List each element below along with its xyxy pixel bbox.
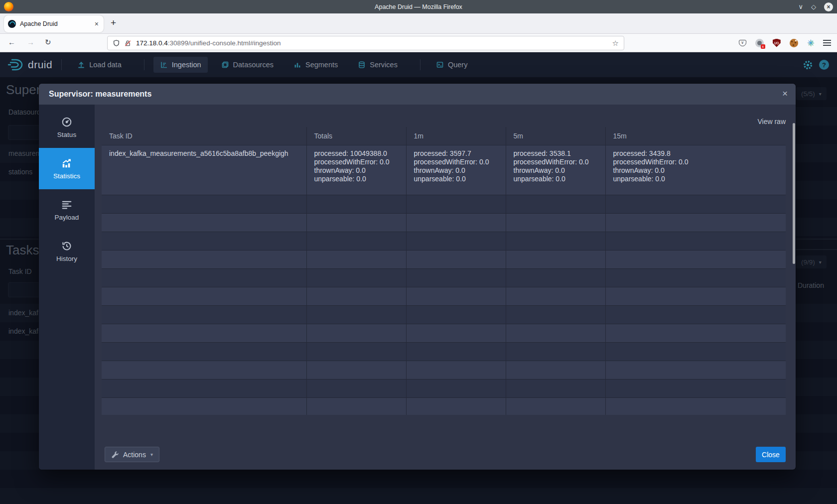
window-title: Apache Druid — Mozilla Firefox: [0, 3, 837, 10]
tab-label: History: [56, 255, 77, 262]
table-scrollbar[interactable]: [793, 123, 795, 264]
firefox-icon: [4, 2, 13, 11]
extension-icon[interactable]: x: [755, 39, 764, 47]
tracking-shield-icon[interactable]: [113, 39, 120, 47]
dialog-content: View raw Task ID Totals 1m 5m 15m: [95, 105, 796, 470]
nav-item-label: Services: [370, 61, 398, 69]
datasources-icon: [221, 61, 229, 69]
url-bar[interactable]: 172.18.0.4:30899/unified-console.html#in…: [107, 36, 624, 50]
nav-item-label: Load data: [89, 61, 122, 69]
table-row-empty: [102, 379, 786, 397]
window-titlebar: Apache Druid — Mozilla Firefox ∨ ◇ ×: [0, 0, 837, 13]
nav-load-data[interactable]: Load data: [71, 57, 128, 73]
col-5m[interactable]: 5m: [506, 127, 605, 145]
console-page: Supervisors Datasource measurements stat…: [0, 77, 837, 504]
table-row-empty: [102, 287, 786, 305]
col-15m[interactable]: 15m: [605, 127, 786, 145]
col-1m[interactable]: 1m: [406, 127, 506, 145]
bookmark-star-icon[interactable]: ☆: [612, 39, 619, 48]
align-left-icon: [61, 199, 72, 210]
actions-button[interactable]: Actions ▾: [105, 447, 159, 462]
cell-15m: processed: 3439.8processedWithError: 0.0…: [605, 145, 786, 195]
tab-bar: Apache Druid × +: [0, 13, 837, 34]
tab-status[interactable]: Status: [39, 107, 95, 148]
segments-icon: [293, 61, 301, 69]
col-task-id[interactable]: Task ID: [102, 127, 306, 145]
ingestion-icon: [160, 61, 168, 69]
nav-item-label: Segments: [305, 61, 338, 69]
dialog-close-icon[interactable]: ×: [782, 88, 788, 99]
table-row-empty: [102, 268, 786, 287]
supervisor-dialog: Supervisor: measurements × Status: [39, 84, 796, 470]
nav-item-label: Ingestion: [172, 61, 201, 69]
new-tab-button[interactable]: +: [111, 17, 116, 28]
druid-favicon-icon: [8, 20, 16, 28]
close-button[interactable]: Close: [756, 447, 786, 462]
window-maximize-icon[interactable]: ◇: [811, 3, 816, 10]
table-header-row: Task ID Totals 1m 5m 15m: [102, 127, 786, 145]
table-row-empty: [102, 195, 786, 213]
tab-label: Statistics: [53, 172, 80, 180]
insecure-lock-icon[interactable]: [124, 39, 132, 47]
tab-label: Status: [57, 131, 76, 138]
col-totals[interactable]: Totals: [306, 127, 406, 145]
dialog-footer: Actions ▾ Close: [95, 447, 796, 463]
pocket-icon[interactable]: ∨: [739, 40, 746, 46]
cell-totals: processed: 10049388.0processedWithError:…: [306, 145, 406, 195]
browser-tab[interactable]: Apache Druid ×: [4, 15, 104, 32]
reload-button[interactable]: ↻: [45, 38, 51, 47]
chevron-down-icon: ▾: [150, 452, 153, 457]
tab-history[interactable]: History: [39, 231, 95, 272]
menu-hamburger-icon[interactable]: [823, 40, 831, 46]
gear-icon[interactable]: [803, 60, 813, 70]
table-row-empty: [102, 305, 786, 324]
cell-task-id: index_kafka_measurements_a5616c5ba8afb8b…: [102, 145, 306, 195]
nav-separator: [420, 59, 420, 70]
table-row-empty: [102, 213, 786, 232]
tab-close-icon[interactable]: ×: [94, 20, 100, 28]
view-raw-link[interactable]: View raw: [757, 118, 786, 126]
druid-header: druid Load data Ingestion Datasources Se…: [0, 52, 837, 77]
tab-statistics[interactable]: Statistics: [39, 148, 95, 189]
url-path: :30899/unified-console.html#ingestion: [168, 39, 281, 47]
nav-datasources[interactable]: Datasources: [215, 57, 280, 73]
url-text: 172.18.0.4:30899/unified-console.html#in…: [136, 39, 612, 47]
table-row[interactable]: index_kafka_measurements_a5616c5ba8afb8b…: [102, 145, 786, 195]
gauge-icon: [61, 117, 72, 127]
table-row-empty: [102, 397, 786, 415]
url-host: 172.18.0.4: [136, 39, 168, 47]
dialog-title: Supervisor: measurements: [49, 90, 151, 99]
statistics-table: Task ID Totals 1m 5m 15m index_kafka_mea…: [102, 127, 786, 415]
table-row-empty: [102, 361, 786, 379]
nav-separator: [61, 59, 62, 70]
nav-query[interactable]: Query: [429, 57, 474, 73]
table-row-empty: [102, 324, 786, 342]
asterisk-extension-icon[interactable]: ✳: [807, 38, 814, 48]
history-clock-icon: [61, 241, 72, 252]
cookie-extension-icon[interactable]: [790, 39, 798, 47]
upload-icon: [77, 61, 85, 69]
actions-label: Actions: [123, 451, 146, 459]
forward-button[interactable]: →: [27, 38, 34, 46]
dialog-side-nav: Status Statistics Payl: [39, 105, 95, 470]
table-row-empty: [102, 250, 786, 268]
tab-payload[interactable]: Payload: [39, 189, 95, 231]
back-button[interactable]: ←: [8, 38, 15, 46]
browser-toolbar: ← → ↻ 172.18.0.4:30899/unified-console.h…: [0, 34, 837, 52]
services-icon: [358, 61, 366, 69]
nav-services[interactable]: Services: [351, 57, 404, 73]
nav-segments[interactable]: Segments: [287, 57, 344, 73]
nav-item-label: Query: [448, 61, 468, 69]
table-row-empty: [102, 232, 786, 250]
window-close-icon[interactable]: ×: [824, 2, 833, 11]
help-icon[interactable]: ?: [819, 60, 829, 70]
druid-swirl-icon: [7, 58, 25, 72]
tab-title: Apache Druid: [20, 20, 94, 27]
dialog-header: Supervisor: measurements ×: [39, 84, 796, 105]
ublock-shield-icon[interactable]: UO: [773, 39, 781, 47]
wrench-icon: [111, 451, 119, 458]
nav-item-label: Datasources: [233, 61, 274, 69]
druid-logo[interactable]: druid: [7, 58, 52, 72]
nav-ingestion[interactable]: Ingestion: [153, 57, 208, 73]
window-minimize-icon[interactable]: ∨: [798, 3, 803, 10]
